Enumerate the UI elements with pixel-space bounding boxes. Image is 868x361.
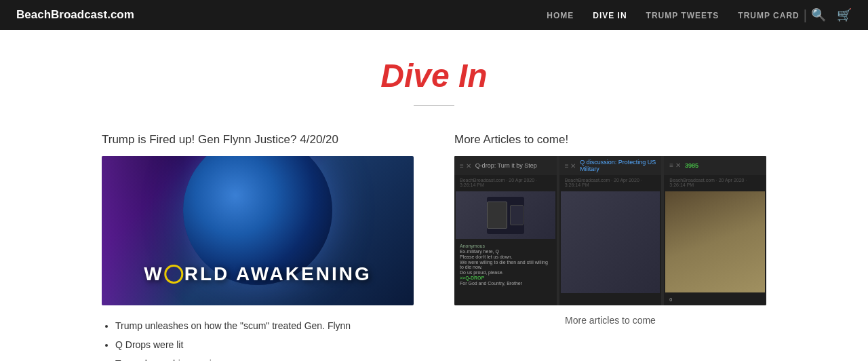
panel2-meta: BeachBroadcast.com · 20 Apr 2020 · 3:26:…: [559, 175, 662, 190]
page-title-section: Dive In: [0, 30, 868, 119]
nav-trump-tweets[interactable]: TRUMP TWEETS: [646, 11, 719, 20]
article-right-thumbnail[interactable]: ≡ ✕ Q-drop: Turn it by Step BeachBroadca…: [454, 156, 766, 305]
navbar: BeachBroadcast.com HOME DIVE IN TRUMP TW…: [0, 0, 868, 30]
title-divider: [414, 105, 454, 106]
article-right-heading: More Articles to come!: [454, 133, 766, 147]
article-left-bullets: Trump unleashes on how the "scum" treate…: [102, 316, 414, 361]
thumb-panel-3: ≡ ✕ 3985 BeachBroadcast.com · 20 Apr 202…: [664, 156, 766, 305]
nav-dive-in[interactable]: DIVE IN: [593, 11, 627, 20]
thumb-panel-3-header: ≡ ✕ 3985: [664, 156, 766, 175]
nav-divider: |: [804, 7, 807, 23]
world-awakening-text: WRLD AWAKENING: [144, 263, 371, 285]
thumb-panel-1: ≡ ✕ Q-drop: Turn it by Step BeachBroadca…: [454, 156, 557, 305]
main-content: Trump is Fired up! Gen Flynn Justice? 4/…: [0, 119, 868, 361]
panel1-meta: BeachBroadcast.com · 20 Apr 2020 · 3:26:…: [454, 175, 557, 190]
panel2-title: Q discussion: Protecting US Military: [580, 159, 656, 172]
thumb-panel-1-header: ≡ ✕ Q-drop: Turn it by Step: [454, 156, 557, 175]
thumb-panel-2: ≡ ✕ Q discussion: Protecting US Military…: [559, 156, 662, 305]
panel1-title: Q-drop: Turn it by Step: [475, 162, 551, 169]
article-left-thumbnail[interactable]: WRLD AWAKENING: [102, 156, 414, 305]
panel3-chat: 0: [664, 294, 766, 305]
article-right: More Articles to come! ≡ ✕ Q-drop: Turn …: [454, 133, 766, 361]
nav-logo[interactable]: BeachBroadcast.com: [16, 8, 134, 22]
panel3-image: [665, 191, 765, 292]
article-right-caption: More articles to come: [454, 315, 766, 326]
bullet-3: Trump keeps his promises: [115, 354, 414, 361]
panel2-image: [561, 191, 660, 293]
article-left-heading: Trump is Fired up! Gen Flynn Justice? 4/…: [102, 133, 414, 147]
bullet-2: Q Drops were lit: [115, 335, 414, 354]
bullet-1: Trump unleashes on how the "scum" treate…: [115, 316, 414, 335]
panel1-icons: ≡ ✕: [460, 162, 471, 170]
panel1-chat: Anonymous Ex-military here, Q Please don…: [454, 240, 557, 289]
thumb-panel-2-header: ≡ ✕ Q discussion: Protecting US Military: [559, 156, 662, 175]
page-title: Dive In: [0, 57, 868, 94]
panel1-image: [456, 191, 555, 239]
search-icon[interactable]: 🔍: [811, 7, 826, 22]
panel2-icons: ≡ ✕: [565, 162, 576, 170]
article-left: Trump is Fired up! Gen Flynn Justice? 4/…: [102, 133, 414, 361]
panel3-meta: BeachBroadcast.com · 20 Apr 2020 · 3:26:…: [664, 175, 766, 190]
nav-trump-card[interactable]: TRUMP CARD: [738, 11, 799, 20]
nav-home[interactable]: HOME: [547, 11, 574, 20]
cart-icon[interactable]: 🛒: [837, 7, 852, 22]
panel3-icons: ≡ ✕: [669, 162, 681, 169]
panel3-title: 3985: [685, 162, 761, 169]
